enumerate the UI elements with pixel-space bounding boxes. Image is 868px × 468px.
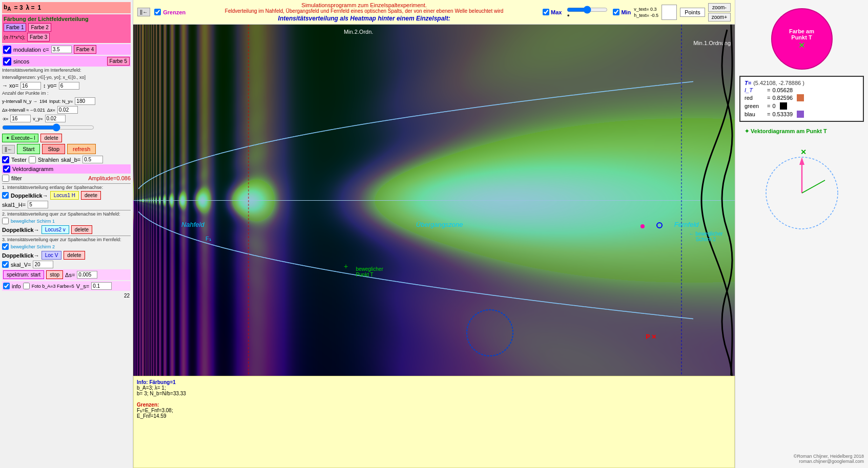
max-label: Max: [551, 9, 562, 15]
tester-checkbox[interactable]: [2, 156, 9, 163]
filter-checkbox[interactable]: [2, 175, 9, 182]
yo-input[interactable]: [59, 82, 79, 90]
svg-line-5: [802, 180, 825, 193]
it-equals: =: [767, 87, 770, 93]
modulation-checkbox[interactable]: [3, 46, 11, 54]
v-text-label: v_text= 0.3: [634, 7, 658, 12]
vector-title: ✦ Vektordiagramm am Punkt T: [745, 128, 864, 135]
foto-checkbox[interactable]: [23, 283, 30, 289]
color-circle: Farbe am Punkt T ✕: [771, 8, 833, 70]
skalb-input[interactable]: [82, 156, 103, 163]
farbe3-button[interactable]: Farbe 3: [27, 33, 50, 41]
vector-section: ✦ Vektordiagramm am Punkt T ✕: [739, 128, 864, 235]
blau-row: blau = 0.53339: [745, 111, 859, 118]
zoom-minus-button[interactable]: zoom-: [708, 3, 731, 12]
canvas-wrapper: Min.2.Ordn. Min.1.Ordnung Nahfeld F₁ Übe…: [133, 25, 735, 468]
grenzen-checkbox-row: Grenzen: [154, 9, 185, 15]
color-section: Färbung der Lichtfeldverteilung Farbe 1 …: [2, 14, 131, 43]
points-button[interactable]: Points: [680, 8, 705, 17]
farbe2-button[interactable]: Farbe 2: [28, 23, 51, 32]
info-box: Info: Färbung=1 b_A=3; λ= 1; b= 3; N_b=N…: [133, 376, 735, 468]
nahfeld-label: Nahfeld: [181, 221, 204, 228]
sincos-label: sincos: [13, 58, 29, 65]
modulation-label: modulation: [13, 47, 41, 53]
locus1h-button[interactable]: Locus1 H: [50, 191, 79, 200]
lambda-value: 1: [38, 4, 42, 11]
lambda-label: λ =: [26, 4, 35, 11]
green-label: green: [745, 103, 765, 109]
vs-input[interactable]: [91, 282, 112, 290]
skalv-input[interactable]: [33, 261, 53, 268]
stop-button[interactable]: Stop: [42, 144, 65, 154]
point-t-row: T= (5.42108, -2.78886 ): [745, 80, 859, 86]
top-bar: ||← Grenzen Simulationsprogramm zum Einz…: [133, 0, 735, 25]
vs-label: V_s=: [76, 283, 89, 289]
ba-label: bA: [4, 4, 11, 12]
skalv-checkbox[interactable]: [2, 261, 9, 268]
green-value: 0: [772, 103, 775, 109]
interval-text: Intervallgrenzen: y∈[-yo, yo]; x_∈[0., x…: [2, 75, 131, 81]
modulation-row: modulation c= Farbe 4: [2, 44, 131, 55]
grenzen-checkbox[interactable]: [154, 9, 161, 15]
vy-input[interactable]: [45, 115, 66, 122]
strahlen-checkbox[interactable]: [29, 156, 36, 163]
section1-checkbox[interactable]: [2, 192, 9, 199]
ny-input[interactable]: [75, 97, 95, 105]
blau-swatch: [797, 111, 804, 118]
farbe4-button[interactable]: Farbe 4: [74, 45, 96, 54]
it-value: 0.05628: [772, 87, 793, 93]
vektor-checkbox[interactable]: [3, 165, 10, 173]
farbe1-button[interactable]: Farbe 1: [4, 23, 26, 32]
locus2v-button[interactable]: Locus2 v: [42, 225, 69, 234]
section3-header: 3. Intensitätsverteilung quer zur Spalte…: [2, 236, 131, 242]
ll-button[interactable]: ||←: [2, 145, 15, 154]
svg-text:✕: ✕: [800, 148, 807, 156]
foto-label: Foto b_A=3 Farbe=5: [32, 284, 74, 289]
delete-button[interactable]: delete: [40, 134, 61, 142]
info-checkbox[interactable]: [3, 283, 10, 289]
locv-button[interactable]: Loc V: [42, 251, 62, 260]
beweglicher-schirm2-label: ← beweglicher Schirm 2: [689, 231, 722, 242]
section3-locus-row: Doppelklick→ Loc V delete: [2, 251, 131, 260]
farbe5-button[interactable]: Farbe 5: [107, 57, 130, 66]
zoom-plus-button[interactable]: zoom+: [708, 13, 731, 22]
spektrum-start-button[interactable]: spektrum: start: [3, 270, 44, 279]
green-equals: =: [767, 103, 770, 109]
section3-checkbox[interactable]: [2, 243, 9, 250]
start-button[interactable]: Start: [17, 144, 40, 154]
skal1h-input[interactable]: [28, 201, 48, 208]
doppelklick3-label: Doppelklick→: [2, 252, 39, 259]
grenzen-line2: E_Fnf=14.59: [137, 413, 731, 419]
min-checkbox[interactable]: [613, 9, 619, 15]
delete2-button[interactable]: delete: [71, 225, 92, 234]
execute-button[interactable]: ✦ Execute– l: [2, 134, 38, 142]
delta-s-input[interactable]: [77, 271, 97, 279]
stop2-button[interactable]: stop: [46, 270, 63, 279]
xo-label: → xo=: [2, 82, 18, 89]
max-checkbox[interactable]: [543, 9, 549, 15]
grenzen-line1: F₁=E_Fnf=3.08;: [137, 408, 731, 413]
position-slider[interactable]: [2, 123, 94, 132]
strahlen-label: Strahlen: [38, 157, 59, 163]
execute-row: ✦ Execute– l delete: [2, 134, 131, 142]
top-ll-button[interactable]: ||←: [137, 8, 150, 16]
intensity-text: Intensitätsverteilung im Interferenzfeld…: [2, 68, 131, 74]
c-input[interactable]: [51, 46, 72, 53]
pi-formula: (π /T*x^c);: [4, 35, 25, 40]
title-center: Simulationsprogramm zum Einzelspaltexper…: [185, 2, 543, 22]
beweglicher-schirm1: beweglicher Schirm 1: [11, 219, 55, 224]
x-input[interactable]: [10, 115, 31, 122]
x-label: ·x=: [2, 116, 8, 121]
refresh-button[interactable]: refresh: [67, 144, 96, 154]
magenta-dot: [640, 224, 645, 228]
main-canvas[interactable]: Min.2.Ordn. Min.1.Ordnung Nahfeld F₁ Übe…: [133, 25, 735, 376]
info-line1: Info: Färbung=1: [137, 379, 731, 385]
delete3-button[interactable]: delete: [64, 251, 85, 260]
sincos-checkbox[interactable]: [3, 57, 11, 66]
deete-button[interactable]: deete: [81, 191, 101, 200]
xo-input[interactable]: [20, 82, 41, 90]
title-line1: Simulationsprogramm zum Einzelspaltexper…: [185, 2, 543, 8]
dx-input[interactable]: [57, 106, 78, 114]
max-slider[interactable]: [567, 7, 608, 13]
section2-checkbox[interactable]: [2, 218, 9, 224]
